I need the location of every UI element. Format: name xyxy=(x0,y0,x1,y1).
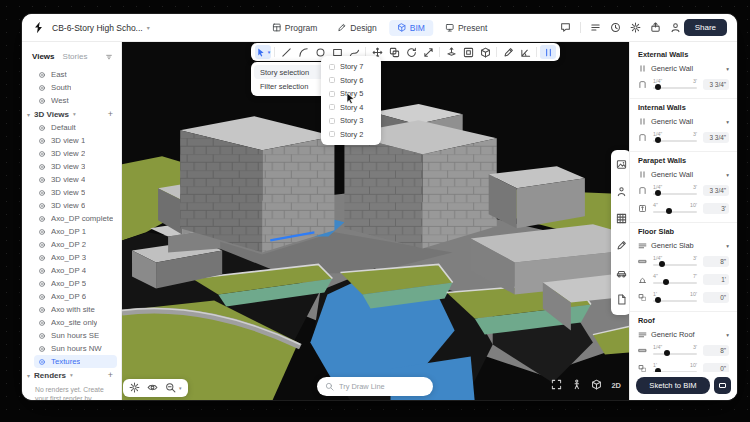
value-field[interactable]: 8" xyxy=(703,345,729,356)
view-item[interactable]: Axo_DP 4 xyxy=(34,264,117,277)
view-item[interactable]: Axo with site xyxy=(34,303,117,316)
view-item[interactable]: Sun hours NW xyxy=(34,342,117,355)
type-selector[interactable]: Generic Slab▾ xyxy=(638,239,729,252)
value-field[interactable]: 0" xyxy=(703,292,729,303)
title-caret-icon[interactable]: ▾ xyxy=(147,24,150,31)
slider-knob[interactable] xyxy=(655,297,661,303)
people-tab[interactable] xyxy=(616,183,627,201)
tab-present[interactable]: Present xyxy=(437,20,495,36)
tab-program[interactable]: Program xyxy=(264,20,326,36)
slider[interactable]: 1'10' xyxy=(651,291,699,305)
add-button[interactable]: + xyxy=(108,370,113,380)
tab-views[interactable]: Views xyxy=(32,52,55,61)
share-button[interactable]: Share xyxy=(684,19,727,36)
annotate-tab[interactable] xyxy=(616,237,627,255)
slider[interactable]: 4"10' xyxy=(651,202,699,216)
type-selector[interactable]: Generic Roof▾ xyxy=(638,328,729,341)
outline-button[interactable] xyxy=(590,19,601,37)
bim-panel-tool[interactable] xyxy=(540,45,556,59)
filter-icon[interactable] xyxy=(105,47,113,65)
slider-knob[interactable] xyxy=(655,190,661,196)
comments-button[interactable] xyxy=(560,19,571,37)
value-field[interactable]: 3 3/4" xyxy=(703,132,729,143)
view-item[interactable]: 3D view 1 xyxy=(34,134,117,147)
zoom-button[interactable] xyxy=(165,379,176,397)
value-field[interactable]: 8" xyxy=(703,256,729,267)
document-title[interactable]: CB-6-Story High Scho... xyxy=(52,23,143,33)
value-field[interactable]: 3' xyxy=(703,203,729,214)
edit-tool[interactable] xyxy=(500,45,516,59)
checkbox[interactable] xyxy=(329,77,335,83)
view-item[interactable]: 3D view 3 xyxy=(34,160,117,173)
slider-knob[interactable] xyxy=(659,261,665,267)
story-option[interactable]: Story 2 xyxy=(324,128,378,142)
checkbox[interactable] xyxy=(329,131,335,137)
story-option[interactable]: Story 5 xyxy=(324,87,378,101)
view-item[interactable]: 3D view 5 xyxy=(34,186,117,199)
view-item[interactable]: Axo_DP 2 xyxy=(34,238,117,251)
orbit-button[interactable] xyxy=(591,376,602,394)
group-header[interactable]: ▾Renders▾+ xyxy=(22,368,121,382)
story-option[interactable]: Story 3 xyxy=(324,114,378,128)
sketch-to-bim-button[interactable]: Sketch to BIM xyxy=(636,377,710,394)
vehicles-tab[interactable] xyxy=(616,264,627,282)
materials-tab[interactable] xyxy=(616,156,627,174)
visibility-button[interactable] xyxy=(147,379,158,397)
settings-button[interactable] xyxy=(630,19,641,37)
view-item[interactable]: Axo_DP 1 xyxy=(34,225,117,238)
view-item[interactable]: South xyxy=(34,81,117,94)
value-field[interactable]: 3 3/4" xyxy=(703,79,729,90)
view-item[interactable]: Axo_DP complete xyxy=(34,212,117,225)
type-selector[interactable]: Generic Wall▾ xyxy=(638,168,729,181)
view-item[interactable]: West xyxy=(34,94,117,107)
account-button[interactable] xyxy=(670,19,681,37)
2d-toggle-button[interactable]: 2D xyxy=(611,381,621,390)
search-input[interactable] xyxy=(339,382,425,391)
view-item[interactable]: 3D view 6 xyxy=(34,199,117,212)
checkbox[interactable] xyxy=(329,91,335,97)
slider-knob[interactable] xyxy=(666,208,672,214)
rotate-tool[interactable] xyxy=(403,45,419,59)
type-selector[interactable]: Generic Wall▾ xyxy=(638,62,729,75)
slider[interactable]: 1/4"3' xyxy=(651,78,699,92)
view-item[interactable]: Axo_DP 6 xyxy=(34,290,117,303)
group-header[interactable]: ▾3D Views▾+ xyxy=(22,107,121,121)
copy-tool[interactable] xyxy=(386,45,402,59)
view-item[interactable]: Default xyxy=(34,121,117,134)
slider-knob[interactable] xyxy=(663,279,669,285)
view-item[interactable]: 3D view 4 xyxy=(34,173,117,186)
fit-view-button[interactable] xyxy=(551,376,562,394)
view-item[interactable]: Sun hours SE xyxy=(34,329,117,342)
view-item[interactable]: Axo_DP 5 xyxy=(34,277,117,290)
export-button[interactable] xyxy=(650,19,661,37)
select-tool[interactable]: ▾ xyxy=(255,45,271,59)
objects-tab[interactable] xyxy=(616,291,627,309)
flip-tool[interactable] xyxy=(420,45,436,59)
tab-design[interactable]: Design xyxy=(329,20,384,36)
tab-bim[interactable]: BIM xyxy=(389,20,433,36)
shortcuts-button[interactable] xyxy=(714,377,731,394)
line-tool[interactable] xyxy=(278,45,294,59)
slider[interactable]: 1/4"3' xyxy=(651,184,699,198)
measure-tool[interactable] xyxy=(517,45,533,59)
value-field[interactable]: 3 3/4" xyxy=(703,185,729,196)
view-item[interactable]: Textures xyxy=(34,355,117,368)
view-item[interactable]: East xyxy=(34,68,117,81)
slider[interactable]: 4"7' xyxy=(651,273,699,287)
type-selector[interactable]: Generic Wall▾ xyxy=(638,115,729,128)
slider[interactable]: 1/4"3' xyxy=(651,255,699,269)
slider-knob[interactable] xyxy=(655,137,661,143)
volume-tool[interactable] xyxy=(477,45,493,59)
pushpull-tool[interactable] xyxy=(443,45,459,59)
history-button[interactable] xyxy=(610,19,621,37)
arc-tool[interactable] xyxy=(295,45,311,59)
walkthrough-button[interactable] xyxy=(571,376,582,394)
slider[interactable]: 1/4"3' xyxy=(651,131,699,145)
checkbox[interactable] xyxy=(329,104,335,110)
tab-stories[interactable]: Stories xyxy=(63,52,88,61)
slider[interactable]: 1/4"3' xyxy=(651,344,699,358)
view-item[interactable]: 3D view 2 xyxy=(34,147,117,160)
value-field[interactable]: 1' xyxy=(703,274,729,285)
view-item[interactable]: Axo_DP 3 xyxy=(34,251,117,264)
checkbox[interactable] xyxy=(329,118,335,124)
